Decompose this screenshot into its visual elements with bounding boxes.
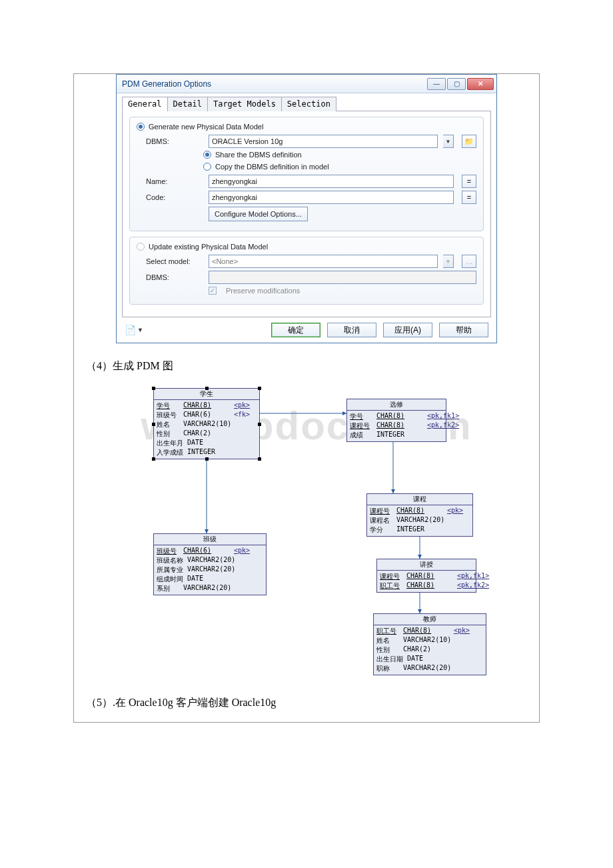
configure-button[interactable]: Configure Model Options... <box>209 207 308 221</box>
name-input[interactable]: zhengyongkai <box>209 175 454 188</box>
dbms2-label: DBMS: <box>146 273 203 281</box>
entity-body: 班级号CHAR(6)<pk> 班级名称VARCHAR2(20) 所属专业VARC… <box>154 545 266 595</box>
radio-copy-label: Copy the DBMS definition in model <box>215 163 329 171</box>
entity-title: 教师 <box>374 614 486 625</box>
ok-button[interactable]: 确定 <box>271 323 320 337</box>
entity-jiangshou[interactable]: 讲授 课程号CHAR(8)<pk,fk1> 职工号CHAR(8)<pk,fk2> <box>376 559 476 593</box>
entity-body: 课程号CHAR(8)<pk,fk1> 职工号CHAR(8)<pk,fk2> <box>377 571 476 592</box>
pdm-dialog: PDM Generation Options — ▢ ✕ General Det… <box>116 74 497 343</box>
tab-selection[interactable]: Selection <box>281 97 336 111</box>
window-buttons: — ▢ ✕ <box>427 78 494 90</box>
minimize-button[interactable]: — <box>427 78 446 90</box>
entity-body: 学号CHAR(8)<pk> 班级号CHAR(6)<fk> 姓名VARCHAR2(… <box>154 400 259 459</box>
tab-target-models[interactable]: Target Models <box>207 97 282 111</box>
code-input[interactable]: zhengyongkai <box>209 191 454 204</box>
preserve-checkbox: ✓ <box>209 287 217 295</box>
radio-generate-new[interactable]: Generate new Physical Data Model <box>137 123 476 131</box>
tabstrip: General Detail Target Models Selection <box>122 96 491 111</box>
name-label: Name: <box>146 177 203 185</box>
dialog-title: PDM Generation Options <box>122 79 427 89</box>
group-update: Update existing Physical Data Model Sele… <box>129 237 484 305</box>
entity-body: 学号CHAR(8)<pk,fk1> 课程号CHAR(8)<pk,fk2> 成绩I… <box>347 411 446 441</box>
caption-step4: （4）生成 PDM 图 <box>86 359 539 373</box>
preserve-label: Preserve modifications <box>226 287 300 295</box>
options-menu[interactable]: 📄 ▼ <box>125 325 143 335</box>
entity-title: 讲授 <box>377 559 476 571</box>
row-name: Name: zhengyongkai = <box>146 175 476 188</box>
radio-share-label: Share the DBMS definition <box>215 151 302 159</box>
dbms-select[interactable]: ORACLE Version 10g <box>209 135 438 148</box>
select-model-browse-button: … <box>462 255 476 268</box>
help-button[interactable]: 帮助 <box>439 323 488 337</box>
row-configure: Configure Model Options... <box>146 207 476 221</box>
radio-icon <box>137 123 145 131</box>
radio-icon <box>203 163 211 171</box>
entity-student[interactable]: 学生 学号CHAR(8)<pk> 班级号CHAR(6)<fk> 姓名VARCHA… <box>153 388 260 459</box>
caption-step5: （5）.在 Oracle10g 客户端创建 Oracle10g <box>86 696 539 710</box>
entity-xuanxiu[interactable]: 选修 学号CHAR(8)<pk,fk1> 课程号CHAR(8)<pk,fk2> … <box>346 399 446 442</box>
tab-detail[interactable]: Detail <box>167 97 208 111</box>
apply-button[interactable]: 应用(A) <box>383 323 432 337</box>
radio-copy-dbms[interactable]: Copy the DBMS definition in model <box>203 163 476 171</box>
row-dbms2: DBMS: <box>146 271 476 284</box>
radio-icon <box>137 243 145 251</box>
code-equal-button[interactable]: = <box>462 191 476 204</box>
close-button[interactable]: ✕ <box>467 78 494 90</box>
row-preserve: ✓ Preserve modifications <box>146 287 476 295</box>
dbms-browse-button[interactable]: 📁 <box>462 135 476 148</box>
dbms2-input <box>209 271 476 284</box>
row-dbms: DBMS: ORACLE Version 10g ▼ 📁 <box>146 135 476 148</box>
entity-course[interactable]: 课程 课程号CHAR(8)<pk> 课程名VARCHAR2(20) 学分INTE… <box>366 493 473 537</box>
titlebar: PDM Generation Options — ▢ ✕ <box>117 75 496 93</box>
options-icon: 📄 <box>125 325 136 335</box>
entity-title: 课程 <box>367 494 472 505</box>
select-model-input[interactable]: <None> <box>209 255 438 268</box>
entity-banji[interactable]: 班级 班级号CHAR(6)<pk> 班级名称VARCHAR2(20) 所属专业V… <box>153 533 267 595</box>
select-model-dropdown-icon: ▼ <box>443 255 454 268</box>
entity-body: 职工号CHAR(8)<pk> 姓名VARCHAR2(10) 性别CHAR(2) … <box>374 625 486 675</box>
name-equal-button[interactable]: = <box>462 175 476 188</box>
entity-body: 课程号CHAR(8)<pk> 课程名VARCHAR2(20) 学分INTEGER <box>367 505 472 536</box>
entity-title: 班级 <box>154 534 266 545</box>
chevron-down-icon: ▼ <box>137 327 143 333</box>
cancel-button[interactable]: 取消 <box>327 323 376 337</box>
entity-title: 学生 <box>154 389 259 400</box>
panel-general: Generate new Physical Data Model DBMS: O… <box>122 111 491 317</box>
dbms-label: DBMS: <box>146 137 203 145</box>
radio-generate-label: Generate new Physical Data Model <box>149 123 263 131</box>
page-container: PDM Generation Options — ▢ ✕ General Det… <box>73 73 540 723</box>
row-select-model: Select model: <None> ▼ … <box>146 255 476 268</box>
dialog-button-row: 📄 ▼ 确定 取消 应用(A) 帮助 <box>122 317 491 339</box>
dbms-dropdown-icon[interactable]: ▼ <box>443 135 454 148</box>
radio-update-existing[interactable]: Update existing Physical Data Model <box>137 243 476 251</box>
radio-share-dbms[interactable]: Share the DBMS definition <box>203 151 476 159</box>
row-code: Code: zhengyongkai = <box>146 191 476 204</box>
entity-title: 选修 <box>347 399 446 411</box>
tab-general[interactable]: General <box>122 97 168 111</box>
maximize-button[interactable]: ▢ <box>447 78 466 90</box>
pdm-diagram: www.bdocx.com 学生 学号CHAR <box>120 380 493 680</box>
dialog-body: General Detail Target Models Selection G… <box>117 93 496 343</box>
entity-teacher[interactable]: 教师 职工号CHAR(8)<pk> 姓名VARCHAR2(10) 性别CHAR(… <box>373 613 486 675</box>
group-generate: Generate new Physical Data Model DBMS: O… <box>129 117 484 231</box>
select-model-label: Select model: <box>146 257 203 265</box>
radio-icon <box>203 151 211 159</box>
radio-update-label: Update existing Physical Data Model <box>149 243 268 251</box>
code-label: Code: <box>146 193 203 201</box>
